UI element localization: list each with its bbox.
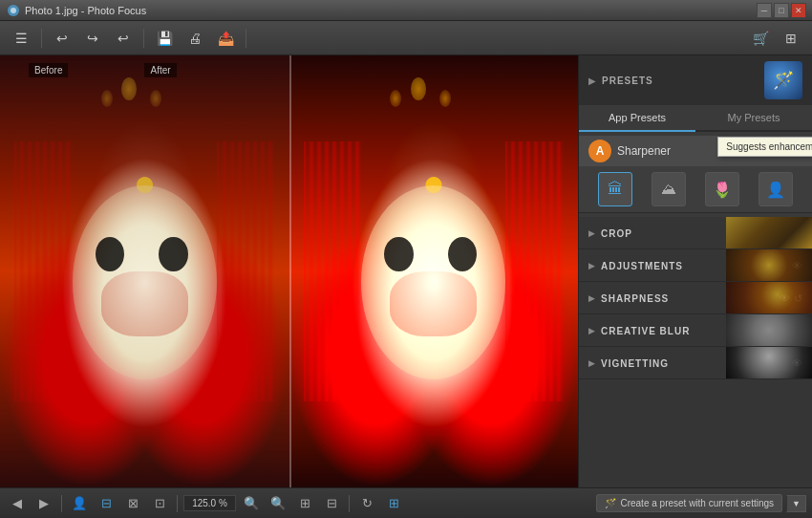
status-sep-2 [177,495,178,512]
section-crop-header[interactable]: ▶ CROP [579,217,812,249]
section-adjustments-header[interactable]: ▶ ADJUSTMENTS 👁 [579,249,812,282]
rotate-button[interactable]: ↻ [355,492,378,515]
toolbar-separator-2 [143,29,144,48]
redo-forward-button[interactable]: ↩ [110,25,137,52]
section-creative-blur: ▶ CREATIVE BLUR [579,314,812,347]
category-landscape-icon[interactable]: 🏛 [598,172,632,206]
after-button[interactable]: ⊡ [148,492,171,515]
photo-canvas [0,55,578,487]
category-mountain-icon[interactable]: ⛰ [652,172,686,206]
next-image-button[interactable]: ▶ [32,492,55,515]
after-image [289,55,579,487]
before-after-labels: Before After [0,63,578,77]
save-button[interactable]: 💾 [151,25,178,52]
print-button[interactable]: 🖨 [182,25,208,52]
sharpener-label: Sharpener [617,144,671,158]
tab-app-presets[interactable]: App Presets [579,105,695,132]
presets-collapse-arrow[interactable]: ▶ [588,76,596,86]
title-bar: Photo 1.jpg - Photo Focus ─ □ ✕ [0,0,812,21]
maximize-button[interactable]: □ [774,3,789,18]
section-adjustments: ▶ ADJUSTMENTS 👁 [579,249,812,282]
zoom-in-button[interactable]: 🔍 [267,492,289,515]
before-after-divider [289,55,291,487]
preset-dropdown-button[interactable]: ▼ [786,495,806,512]
category-portrait-icon[interactable]: 👤 [759,172,793,206]
sharpener-icon: A [588,140,611,162]
sharpener-tooltip: Suggests enhancements to the sharpness o… [717,137,812,157]
create-preset-button[interactable]: 🪄 Create a preset with current settings [596,494,782,512]
create-preset-label: Create a preset with current settings [620,498,774,508]
grid-button[interactable]: ⊞ [778,25,804,52]
fit-image-button[interactable]: 👤 [68,492,91,515]
vignetting-thumbnail [726,347,812,378]
tab-my-presets[interactable]: My Presets [695,105,812,132]
section-sharpness-header[interactable]: ▶ SHARPNESS 👁 ↺ [579,282,812,314]
window-title: Photo 1.jpg - Photo Focus [25,5,757,16]
image-area[interactable]: Before After [0,55,578,487]
presets-header: ▶ PRESETS 🪄 [579,55,812,105]
prev-image-button[interactable]: ◀ [6,492,29,515]
section-vignetting-header[interactable]: ▶ VIGNETTING 👁 [579,347,812,379]
export-button[interactable]: 📤 [212,25,239,52]
before-after-split-button[interactable]: ⊟ [95,492,118,515]
crop-thumbnail [726,217,812,248]
toolbar-separator [41,29,42,48]
compare-button[interactable]: ⊞ [382,492,405,515]
preset-category-icons: 🏛 ⛰ 🌷 👤 [579,166,812,213]
zoom-fit-button[interactable]: ⊞ [293,492,316,515]
preset-icons-section: A Sharpener Suggests enhancements to the… [579,132,812,217]
cart-button[interactable]: 🛒 [747,25,774,52]
undo-button[interactable]: ↩ [49,25,75,52]
adjustments-expand-arrow: ▶ [588,261,595,270]
minimize-button[interactable]: ─ [757,3,772,18]
before-button[interactable]: ⊠ [121,492,144,515]
sharpener-preset-row[interactable]: A Sharpener Suggests enhancements to the… [579,136,812,166]
menu-button[interactable]: ☰ [8,25,34,52]
zoom-level: 125.0 % [183,495,236,511]
toolbar-separator-3 [246,29,246,48]
after-label: After [144,63,176,77]
section-crop: ▶ CROP [579,217,812,249]
svg-point-1 [11,8,16,13]
category-flower-icon[interactable]: 🌷 [705,172,739,206]
preset-tabs: App Presets My Presets [579,105,812,132]
app-icon [6,3,21,18]
zoom-100-button[interactable]: ⊟ [320,492,343,515]
close-button[interactable]: ✕ [791,3,806,18]
adjustments-thumbnail [726,249,812,281]
section-sharpness: ▶ SHARPNESS 👁 ↺ [579,282,812,314]
crop-expand-arrow: ▶ [588,228,595,238]
wand-icon: 🪄 [605,498,616,508]
panel-sections[interactable]: ▶ CROP ▶ ADJUSTMENTS 👁 [579,217,812,487]
redo-back-button[interactable]: ↪ [79,25,106,52]
statusbar: ◀ ▶ 👤 ⊟ ⊠ ⊡ 125.0 % 🔍 🔍 ⊞ ⊟ ↻ ⊞ 🪄 Create… [0,487,812,518]
right-panel: ▶ PRESETS 🪄 App Presets My Presets A Sha… [578,55,812,487]
status-sep-3 [349,495,350,512]
before-label: Before [29,63,68,77]
section-blur-header[interactable]: ▶ CREATIVE BLUR [579,314,812,347]
sharpness-expand-arrow: ▶ [588,293,595,303]
section-vignetting: ▶ VIGNETTING 👁 [579,347,812,379]
vignetting-expand-arrow: ▶ [588,358,595,368]
window-controls: ─ □ ✕ [757,3,806,18]
main-layout: Before After [0,55,812,487]
zoom-out-button[interactable]: 🔍 [240,492,263,515]
before-image [0,55,289,487]
blur-thumbnail [726,314,812,346]
sharpness-thumbnail [726,282,812,313]
presets-title: PRESETS [602,76,759,86]
main-toolbar: ☰ ↩ ↪ ↩ 💾 🖨 📤 🛒 ⊞ [0,21,812,55]
blur-expand-arrow: ▶ [588,326,595,335]
magic-lamp-icon[interactable]: 🪄 [764,61,802,99]
status-sep-1 [61,495,62,512]
